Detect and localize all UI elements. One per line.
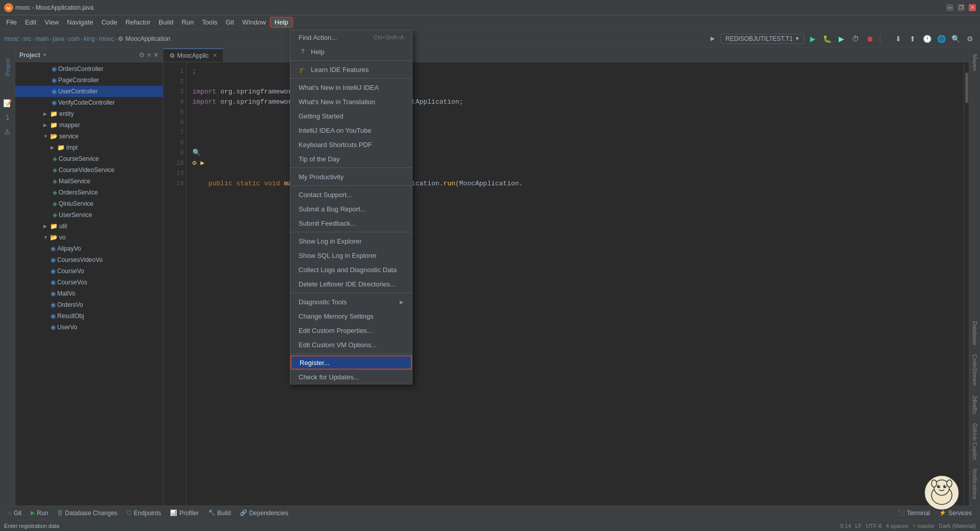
git-history[interactable]: 🕐 bbox=[921, 33, 933, 45]
build-btn[interactable]: 🔨 Build bbox=[204, 509, 235, 518]
list-item[interactable]: ◉ CourseVos bbox=[15, 277, 163, 288]
intellij-youtube-item[interactable]: IntelliJ IDEA on YouTube bbox=[290, 123, 412, 137]
vcs-branch[interactable]: ⑂ master bbox=[913, 523, 935, 529]
run-config-dropdown[interactable]: ▶ bbox=[706, 33, 719, 45]
list-item[interactable]: ◉ OrdersVo bbox=[15, 299, 163, 310]
list-item[interactable]: ◉ CoursesVideoVo bbox=[15, 254, 163, 266]
menu-help[interactable]: Help bbox=[270, 17, 293, 28]
whats-new-translation-item[interactable]: What's New in Translation bbox=[290, 94, 412, 109]
list-item[interactable]: ▼ 📂 service bbox=[15, 131, 163, 142]
notifications-panel-button[interactable]: Notifications bbox=[970, 465, 980, 503]
run-button[interactable]: ▶ bbox=[806, 33, 819, 45]
breadcrumb-king[interactable]: king bbox=[84, 35, 95, 42]
list-item[interactable]: ◉ VerifyCodeController bbox=[15, 97, 163, 108]
getting-started-item[interactable]: Getting Started bbox=[290, 109, 412, 123]
list-item[interactable]: ◉ CourseVo bbox=[15, 266, 163, 277]
contact-support-item[interactable]: Contact Support... bbox=[290, 187, 412, 202]
show-sql-log-item[interactable]: Show SQL Log in Explorer bbox=[290, 248, 412, 262]
settings-button[interactable]: ⚙ bbox=[964, 33, 976, 45]
menu-window[interactable]: Window bbox=[238, 17, 270, 27]
list-item[interactable]: ◈ CourseVideoService bbox=[15, 164, 163, 176]
menu-run[interactable]: Run bbox=[178, 17, 198, 27]
list-item[interactable]: ◉ MailVo bbox=[15, 288, 163, 299]
collect-logs-item[interactable]: Collect Logs and Diagnostic Data bbox=[290, 262, 412, 277]
my-productivity-item[interactable]: My Productivity bbox=[290, 170, 412, 184]
run-configuration[interactable]: REDISOBJUTILTEST.T1 ▼ bbox=[721, 34, 804, 44]
breadcrumb-java[interactable]: java bbox=[53, 35, 64, 42]
breadcrumb-com[interactable]: com bbox=[68, 35, 80, 42]
project-icon[interactable]: Project bbox=[3, 52, 13, 83]
profiler-btn[interactable]: 📊 Profiler bbox=[166, 509, 203, 518]
list-item[interactable]: ◉ UserController bbox=[15, 86, 163, 97]
list-item[interactable]: ◈ QiniuService bbox=[15, 198, 163, 209]
pull-requests-icon[interactable]: ⤵ bbox=[2, 111, 14, 124]
list-item[interactable]: ▼ 📂 vo bbox=[15, 232, 163, 243]
check-updates-item[interactable]: Check for Updates... bbox=[290, 370, 412, 384]
menu-edit[interactable]: Edit bbox=[21, 17, 40, 27]
list-item[interactable]: ◉ OrdersController bbox=[15, 63, 163, 75]
menu-tools[interactable]: Tools bbox=[198, 17, 222, 27]
keyboard-shortcuts-item[interactable]: Keyboard Shortcuts PDF bbox=[290, 137, 412, 152]
tab-close-icon[interactable]: ✕ bbox=[213, 53, 217, 58]
maximize-button[interactable]: ❐ bbox=[958, 4, 965, 11]
maven-panel-button[interactable]: Maven bbox=[970, 50, 980, 75]
breadcrumb-mooc[interactable]: mooc bbox=[4, 35, 19, 42]
menu-view[interactable]: View bbox=[40, 17, 63, 27]
diagnostic-tools-item[interactable]: Diagnostic Tools ▶ bbox=[290, 295, 412, 309]
debug-button[interactable]: 🐛 bbox=[821, 33, 833, 45]
submit-bug-item[interactable]: Submit a Bug Report... bbox=[290, 202, 412, 216]
git-update[interactable]: ⬇ bbox=[892, 33, 904, 45]
list-item[interactable]: ◉ UserVo bbox=[15, 322, 163, 333]
minimize-button[interactable]: — bbox=[946, 4, 953, 11]
tip-of-day-item[interactable]: Tip of the Day bbox=[290, 152, 412, 166]
list-item[interactable]: ◉ ResultObj bbox=[15, 310, 163, 322]
stop-button[interactable]: ⏹ bbox=[864, 33, 876, 45]
theme-info[interactable]: Dark (Material) bbox=[939, 523, 976, 529]
submit-feedback-item[interactable]: Submit Feedback... bbox=[290, 216, 412, 230]
close-panel-icon[interactable]: ✕ bbox=[153, 51, 159, 59]
delete-leftover-item[interactable]: Delete Leftover IDE Directories... bbox=[290, 277, 412, 291]
collapse-all-icon[interactable]: ≡ bbox=[147, 51, 151, 59]
run-bottom-btn[interactable]: ▶ Run bbox=[27, 509, 52, 518]
close-button[interactable]: ✕ bbox=[969, 4, 976, 11]
edit-custom-props-item[interactable]: Edit Custom Properties... bbox=[290, 323, 412, 337]
whats-new-idea-item[interactable]: What's New in IntelliJ IDEA bbox=[290, 80, 412, 94]
codestream-panel-button[interactable]: CodeStream bbox=[970, 350, 980, 390]
database-panel-button[interactable]: Database bbox=[970, 317, 980, 349]
breadcrumb-main[interactable]: main bbox=[35, 35, 48, 42]
menu-refactor[interactable]: Refactor bbox=[121, 17, 155, 27]
list-item[interactable]: ▶ 📁 entity bbox=[15, 108, 163, 119]
commit-icon[interactable]: 📝 bbox=[2, 97, 14, 109]
change-memory-item[interactable]: Change Memory Settings bbox=[290, 309, 412, 323]
list-item[interactable]: ▶ 📁 util bbox=[15, 221, 163, 232]
profile-button[interactable]: ⏱ bbox=[849, 33, 862, 45]
translate-button[interactable]: 🌐 bbox=[935, 33, 947, 45]
git-bottom-btn[interactable]: ⑂ Git bbox=[4, 509, 26, 518]
edit-custom-vm-item[interactable]: Edit Custom VM Options... bbox=[290, 337, 412, 352]
show-log-item[interactable]: Show Log in Explorer bbox=[290, 234, 412, 248]
gear-icon[interactable]: ⚙ bbox=[139, 51, 145, 59]
git-push[interactable]: ⬆ bbox=[906, 33, 919, 45]
help-item[interactable]: ? Help bbox=[290, 44, 412, 59]
list-item[interactable]: ◈ OrdersService bbox=[15, 187, 163, 198]
list-item[interactable]: ▶ 📁 mapper bbox=[15, 119, 163, 131]
db-changes-btn[interactable]: 🗄 Database Changes bbox=[53, 509, 121, 518]
list-item[interactable]: ◈ MailService bbox=[15, 176, 163, 187]
endpoints-btn[interactable]: ⬡ Endpoints bbox=[122, 509, 165, 518]
scrollbar-thumb[interactable] bbox=[965, 73, 968, 103]
list-item[interactable]: ◉ AlipayVo bbox=[15, 243, 163, 254]
register-item[interactable]: Register... bbox=[290, 355, 412, 370]
tab-moocapplication[interactable]: ⚙ MoocApplic ✕ bbox=[163, 49, 224, 62]
list-item[interactable]: ◈ UserService bbox=[15, 209, 163, 221]
list-item[interactable]: ◉ PageController bbox=[15, 75, 163, 86]
vertical-scrollbar[interactable] bbox=[964, 62, 969, 505]
menu-code[interactable]: Code bbox=[97, 17, 121, 27]
breadcrumb-class[interactable]: ⚙ MoocApplication bbox=[118, 35, 170, 42]
menu-build[interactable]: Build bbox=[155, 17, 178, 27]
menu-navigate[interactable]: Navigate bbox=[63, 17, 97, 27]
menu-git[interactable]: Git bbox=[222, 17, 238, 27]
menu-file[interactable]: File bbox=[2, 17, 21, 27]
breadcrumb-mooc2[interactable]: mooc bbox=[99, 35, 114, 42]
problems-icon[interactable]: ⚠ bbox=[2, 126, 14, 138]
find-action-item[interactable]: Find Action... Ctrl+Shift+A bbox=[290, 30, 412, 44]
